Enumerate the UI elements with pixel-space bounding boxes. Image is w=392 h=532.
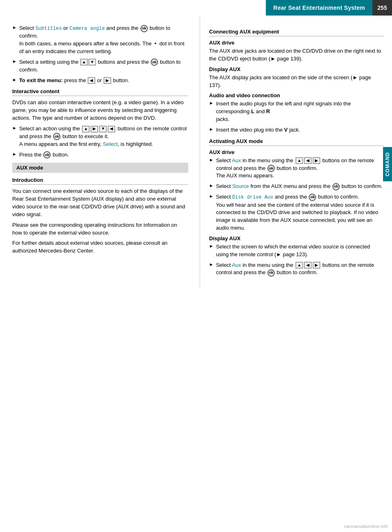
- arrow-icon-2: ►: [12, 59, 17, 64]
- camera-angle-code: Camera angle: [69, 26, 105, 31]
- bullet-select-aux-display: ► Select Aux in the menu using the ▲◀▶ b…: [209, 262, 384, 277]
- select-highlighted: Select: [103, 141, 118, 147]
- ok-button-5: ok: [267, 165, 275, 172]
- bullet-select-aux-display-text: Select Aux in the menu using the ▲◀▶ but…: [216, 262, 384, 277]
- arrow-icon-1: ►: [12, 25, 17, 30]
- interactive-content-heading: Interactive content: [12, 88, 188, 96]
- left-nav-btn-3: ◀: [304, 262, 312, 268]
- arrow-icon-7: ►: [209, 127, 214, 132]
- arrow-icon-3: ►: [12, 77, 17, 82]
- bullet-select-action-text: Select an action using the ▲▶▼◀ buttons …: [19, 125, 188, 148]
- dot-symbol: •: [153, 40, 158, 47]
- display-aux-text: The AUX display jacks are located on the…: [209, 74, 384, 89]
- bullet-subtitles-text: Select Subtitles or Camera angle and pre…: [19, 25, 188, 56]
- comand-label: COMAND: [383, 147, 392, 181]
- bullet-select-source-text: Select Source from the AUX menu and pres…: [216, 183, 384, 190]
- arrow-icon-8: ►: [209, 157, 214, 162]
- left-column: ► Select Subtitles or Camera angle and p…: [0, 16, 200, 288]
- introduction-heading: Introduction: [12, 177, 188, 185]
- left-nav-btn: ◀: [108, 126, 115, 132]
- arrow-icon-5: ►: [12, 152, 17, 156]
- bullet-select-setting: ► Select a setting using the ▲▼ buttons …: [12, 58, 188, 74]
- bullet-select-aux-text: Select Aux in the menu using the ▲◀▶ but…: [216, 157, 384, 180]
- right-nav-btn-2: ▶: [313, 157, 320, 164]
- aux-intro-para2: Please see the corresponding operating i…: [12, 221, 188, 237]
- interactive-content-para: DVDs can also contain interactive conten…: [12, 99, 188, 122]
- up-nav-btn-3: ▲: [296, 262, 303, 268]
- header-title: Rear Seat Entertainment System: [266, 0, 372, 16]
- V-label: V: [284, 127, 288, 133]
- bullet-select-disk-drive: ► Select Disk drive Aux and press the ok…: [209, 193, 384, 232]
- aux-teal-1: Aux: [232, 157, 241, 163]
- ok-button-1: ok: [140, 25, 148, 32]
- bullet-select-aux: ► Select Aux in the menu using the ▲◀▶ b…: [209, 157, 384, 180]
- ok-button-2: ok: [151, 58, 158, 66]
- subtitles-code: Subtitles: [36, 26, 62, 31]
- main-content: ► Select Subtitles or Camera angle and p…: [0, 16, 392, 288]
- arrow-icon-11: ►: [209, 244, 214, 248]
- aux-drive-heading: AUX drive: [209, 40, 384, 46]
- page-number: 255: [372, 0, 392, 16]
- right-nav-btn-3: ▶: [313, 262, 320, 268]
- ok-button-4: ok: [43, 151, 51, 159]
- bullet-select-action: ► Select an action using the ▲▶▼◀ button…: [12, 125, 188, 148]
- bullet-insert-video: ► Insert the video plug into the V jack.: [209, 126, 384, 134]
- down-nav-btn: ▼: [99, 126, 107, 132]
- bullet-insert-video-text: Insert the video plug into the V jack.: [216, 126, 384, 134]
- bullet-exit-menu: ► To exit the menu: press the ◀ or ▶ but…: [12, 77, 188, 85]
- up-btn: ▲: [80, 59, 88, 65]
- ok-button-7: ok: [309, 194, 316, 201]
- arrow-icon-6: ►: [209, 101, 214, 105]
- page-wrapper: Rear Seat Entertainment System 255 COMAN…: [0, 0, 392, 532]
- R-label: R: [266, 108, 270, 114]
- aux-mode-box: AUX mode: [12, 163, 188, 173]
- down-btn: ▼: [89, 59, 96, 65]
- bullet-select-screen-text: Select the screen to which the external …: [216, 243, 384, 259]
- left-btn: ◀: [88, 77, 95, 84]
- nav-buttons-group-1: ▲▶▼◀: [82, 126, 116, 132]
- bullet-press-ok: ► Press the ok button.: [12, 151, 188, 159]
- left-nav-btn-2: ◀: [304, 157, 312, 164]
- bullet-press-ok-text: Press the ok button.: [19, 151, 188, 159]
- bullet-select-setting-text: Select a setting using the ▲▼ buttons an…: [19, 58, 188, 74]
- aux-intro-para3: For further details about external video…: [12, 239, 188, 255]
- bullet-exit-menu-text: To exit the menu: press the ◀ or ▶ butto…: [19, 77, 188, 85]
- bullet-select-disk-drive-text: Select Disk drive Aux and press the ok b…: [216, 193, 384, 232]
- nav-buttons-group-3: ▲◀▶: [295, 262, 321, 268]
- bullet-select-source: ► Select Source from the AUX menu and pr…: [209, 183, 384, 190]
- bullet-insert-audio-text: Insert the audio plugs for the left and …: [216, 100, 384, 123]
- aux-drive-heading-2: AUX drive: [209, 149, 384, 155]
- audio-video-heading: Audio and video connection: [209, 92, 384, 98]
- arrow-icon-9: ►: [209, 183, 214, 188]
- up-nav-btn-2: ▲: [296, 157, 303, 164]
- bullet-select-screen: ► Select the screen to which the externa…: [209, 243, 384, 259]
- L-label: L: [251, 108, 254, 114]
- watermark: carmanualsonline.info: [344, 524, 388, 529]
- display-aux-heading: Display AUX: [209, 66, 384, 72]
- connecting-aux-heading: Connecting AUX equipment: [209, 29, 384, 36]
- source-teal: Source: [232, 183, 249, 189]
- nav-buttons-group-2: ▲◀▶: [295, 157, 321, 164]
- exit-menu-bold: To exit the menu:: [19, 77, 63, 83]
- right-btn: ▶: [104, 77, 111, 84]
- aux-teal-2: Aux: [232, 262, 241, 268]
- right-nav-btn: ▶: [91, 126, 98, 132]
- comand-side-tab: COMAND: [383, 147, 392, 181]
- arrow-icon-12: ►: [209, 262, 214, 267]
- arrow-icon-4: ►: [12, 125, 17, 130]
- disk-drive-aux-code: Disk drive Aux: [232, 194, 274, 200]
- bullet-subtitles: ► Select Subtitles or Camera angle and p…: [12, 25, 188, 56]
- arrow-icon-10: ►: [209, 194, 214, 199]
- aux-intro-para1: You can connect one external video sourc…: [12, 188, 188, 218]
- ok-button-3: ok: [53, 133, 60, 140]
- header-bar: Rear Seat Entertainment System 255: [0, 0, 392, 16]
- ok-button-6: ok: [332, 183, 340, 190]
- ok-button-8: ok: [267, 269, 275, 277]
- right-column: Connecting AUX equipment AUX drive The A…: [200, 16, 392, 288]
- bullet-insert-audio: ► Insert the audio plugs for the left an…: [209, 100, 384, 123]
- up-nav-btn: ▲: [82, 126, 89, 132]
- display-aux-heading-2: Display AUX: [209, 235, 384, 241]
- activating-aux-heading: Activating AUX mode: [209, 138, 384, 146]
- aux-drive-text: The AUX drive jacks are located on the C…: [209, 47, 384, 63]
